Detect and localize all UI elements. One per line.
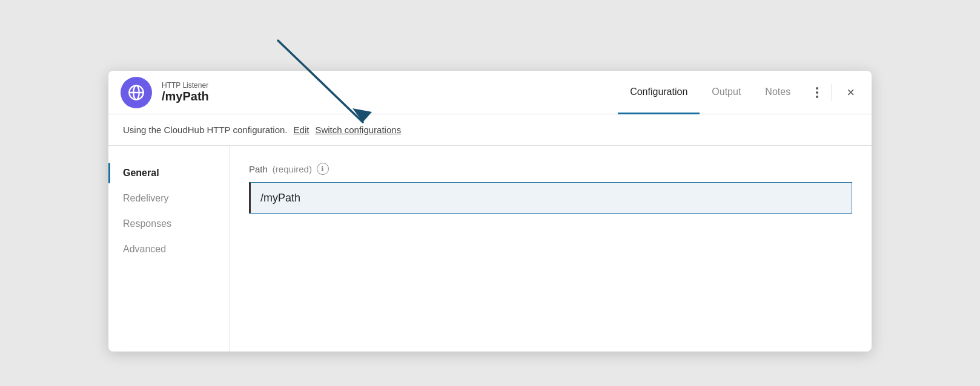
header-divider: [832, 84, 832, 101]
path-required-text: (required): [273, 164, 312, 174]
config-bar-text: Using the CloudHub HTTP configuration.: [123, 125, 288, 135]
edit-link[interactable]: Edit: [294, 125, 310, 135]
dialog-header: HTTP Listener /myPath Configuration Outp…: [108, 71, 872, 114]
sidebar-item-advanced[interactable]: Advanced: [108, 237, 229, 262]
sidebar-item-responses[interactable]: Responses: [108, 211, 229, 237]
dialog: HTTP Listener /myPath Configuration Outp…: [108, 71, 872, 352]
header-title: /myPath: [162, 90, 596, 103]
sidebar-item-redelivery[interactable]: Redelivery: [108, 186, 229, 211]
http-listener-icon: [121, 77, 152, 108]
path-field-label: Path (required) ℹ: [249, 163, 852, 175]
more-options-button[interactable]: [812, 83, 822, 102]
tab-output[interactable]: Output: [700, 71, 753, 114]
path-info-icon[interactable]: ℹ: [317, 163, 329, 175]
close-button[interactable]: ×: [842, 83, 859, 102]
globe-icon: [128, 84, 145, 101]
path-value: /myPath: [260, 192, 300, 204]
tab-notes[interactable]: Notes: [753, 71, 803, 114]
sidebar-item-general[interactable]: General: [108, 160, 229, 186]
config-bar: Using the CloudHub HTTP configuration. E…: [108, 114, 872, 146]
header-actions: ×: [812, 83, 859, 102]
header-title-group: HTTP Listener /myPath: [162, 81, 596, 103]
content-area: Path (required) ℹ /myPath: [230, 146, 872, 352]
dialog-body: General Redelivery Responses Advanced Pa…: [108, 146, 872, 352]
switch-configurations-link[interactable]: Switch configurations: [315, 125, 401, 135]
path-label-text: Path: [249, 164, 268, 174]
tab-configuration[interactable]: Configuration: [618, 71, 700, 114]
header-subtitle: HTTP Listener: [162, 81, 596, 90]
header-tabs: Configuration Output Notes: [618, 71, 803, 114]
path-input[interactable]: /myPath: [249, 182, 852, 214]
sidebar: General Redelivery Responses Advanced: [108, 146, 230, 352]
